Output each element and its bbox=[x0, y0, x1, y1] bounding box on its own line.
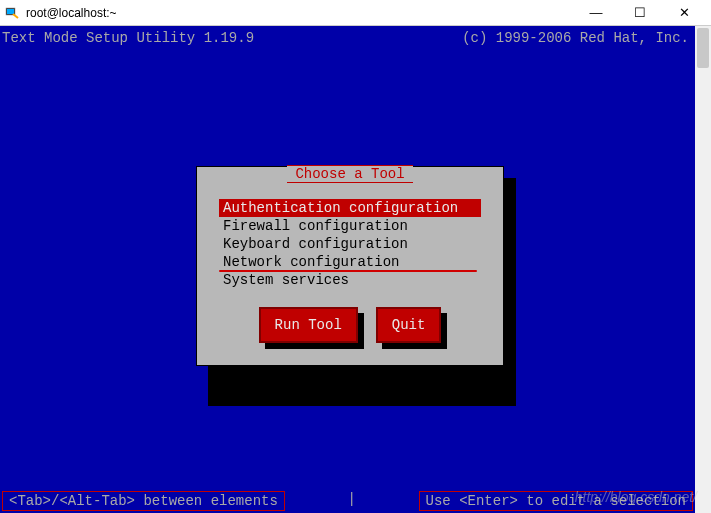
menu-item-authentication[interactable]: Authentication configuration bbox=[219, 199, 481, 217]
terminal-header: Text Mode Setup Utility 1.19.9 (c) 1999-… bbox=[0, 26, 711, 50]
menu-item-network[interactable]: Network configuration bbox=[219, 253, 481, 271]
window-title: root@localhost:~ bbox=[26, 6, 581, 20]
dialog-title: Choose a Tool bbox=[287, 165, 412, 183]
scrollbar-thumb[interactable] bbox=[697, 28, 709, 68]
minimize-button[interactable]: — bbox=[581, 3, 611, 23]
app-title: Text Mode Setup Utility 1.19.9 bbox=[2, 30, 254, 46]
dialog-button-row: Run Tool Quit bbox=[215, 307, 485, 343]
menu-item-keyboard[interactable]: Keyboard configuration bbox=[219, 235, 481, 253]
vertical-scrollbar[interactable] bbox=[695, 26, 711, 513]
dialog-container: Choose a Tool Authentication configurati… bbox=[196, 166, 504, 366]
terminal-area: Text Mode Setup Utility 1.19.9 (c) 1999-… bbox=[0, 26, 711, 513]
menu-item-system-services[interactable]: System services bbox=[219, 271, 481, 289]
footer-separator: | bbox=[339, 491, 363, 511]
putty-icon bbox=[4, 5, 20, 21]
maximize-button[interactable]: ☐ bbox=[625, 3, 655, 23]
quit-button[interactable]: Quit bbox=[376, 307, 442, 343]
footer-hint-enter: Use <Enter> to edit a selection bbox=[419, 491, 693, 511]
choose-tool-dialog: Choose a Tool Authentication configurati… bbox=[196, 166, 504, 366]
menu-item-firewall[interactable]: Firewall configuration bbox=[219, 217, 481, 235]
tool-menu-list: Authentication configuration Firewall co… bbox=[215, 199, 485, 289]
copyright: (c) 1999-2006 Red Hat, Inc. bbox=[462, 30, 689, 46]
svg-rect-1 bbox=[7, 9, 14, 14]
run-tool-button[interactable]: Run Tool bbox=[259, 307, 358, 343]
close-button[interactable]: ✕ bbox=[669, 3, 699, 23]
window-controls: — ☐ ✕ bbox=[581, 3, 699, 23]
footer-help-bar: <Tab>/<Alt-Tab> between elements | Use <… bbox=[2, 491, 693, 511]
footer-hint-tab: <Tab>/<Alt-Tab> between elements bbox=[2, 491, 285, 511]
window-titlebar: root@localhost:~ — ☐ ✕ bbox=[0, 0, 711, 26]
